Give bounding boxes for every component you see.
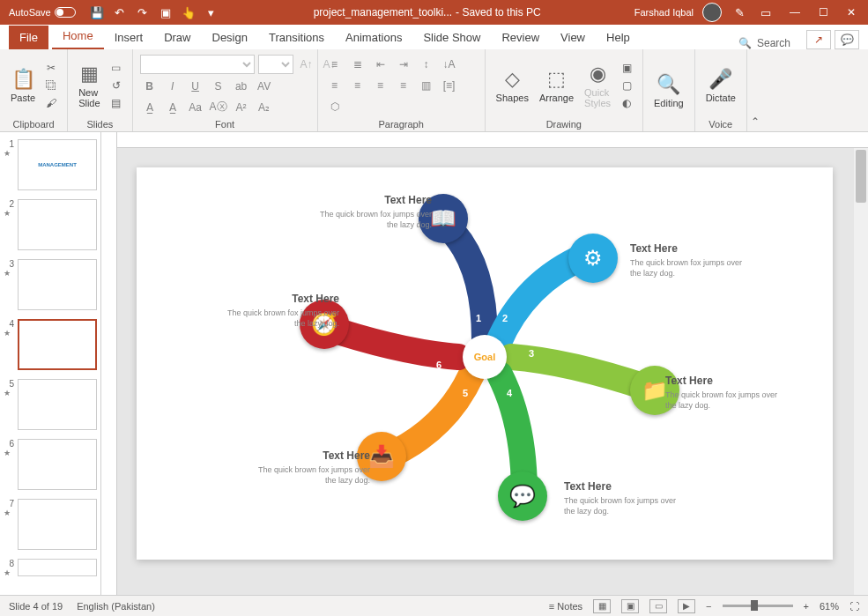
font-color-icon[interactable]: A̲ xyxy=(140,99,160,116)
redo-icon[interactable]: ↷ xyxy=(134,4,152,21)
highlight-icon[interactable]: A̲ xyxy=(163,99,182,116)
zoom-slider[interactable] xyxy=(723,605,793,607)
text-block-5[interactable]: Text HereThe quick brown fox jumps over … xyxy=(247,449,370,486)
change-case-icon[interactable]: Aa xyxy=(186,99,205,116)
format-painter-icon[interactable]: 🖌 xyxy=(42,95,60,111)
undo-icon[interactable]: ↶ xyxy=(111,4,129,21)
sorter-view-icon[interactable]: ▣ xyxy=(621,599,639,613)
tab-home[interactable]: Home xyxy=(52,24,104,49)
columns-icon[interactable]: ▥ xyxy=(417,77,436,94)
scrollbar-thumb[interactable] xyxy=(856,150,866,203)
slideshow-view-icon[interactable]: ▶ xyxy=(678,599,695,613)
thumbnail-2[interactable]: 2★ xyxy=(4,199,97,250)
fit-window-icon[interactable]: ⛶ xyxy=(849,601,859,612)
paste-button[interactable]: 📋 Paste xyxy=(7,66,39,105)
slide-thumbnails[interactable]: 1★MANAGEMENT 2★ 3★ 4★ 5★ 6★ 7★ 8★ xyxy=(0,132,101,595)
tab-help[interactable]: Help xyxy=(596,26,641,49)
slide-canvas[interactable]: 1 2 3 4 5 6 Goal 📖 ⚙ 📁 💬 📥 🧭 Text HereTh… xyxy=(137,167,833,560)
tab-review[interactable]: Review xyxy=(491,26,550,49)
tab-animations[interactable]: Animations xyxy=(335,26,412,49)
thumbnail-4[interactable]: 4★ xyxy=(4,319,97,370)
notes-button[interactable]: ≡ Notes xyxy=(549,601,582,612)
line-spacing-icon[interactable]: ↕ xyxy=(417,56,436,73)
indent-dec-icon[interactable]: ⇤ xyxy=(371,56,390,73)
thumbnail-8[interactable]: 8★ xyxy=(4,559,97,577)
shapes-button[interactable]: ◇Shapes xyxy=(493,66,532,105)
tab-draw[interactable]: Draw xyxy=(153,26,201,49)
tab-transitions[interactable]: Transitions xyxy=(258,26,335,49)
justify-icon[interactable]: ≡ xyxy=(394,77,413,94)
save-icon[interactable]: 💾 xyxy=(88,4,106,21)
qat-more-icon[interactable]: ▾ xyxy=(203,4,220,21)
text-block-3[interactable]: Text HereThe quick brown fox jumps over … xyxy=(665,375,789,411)
cut-icon[interactable]: ✂ xyxy=(42,60,60,76)
touch-mode-icon[interactable]: 👆 xyxy=(180,4,197,21)
language-status[interactable]: English (Pakistan) xyxy=(77,601,155,612)
section-icon[interactable]: ▤ xyxy=(108,95,125,111)
slide-editor[interactable]: 1 2 3 4 5 6 Goal 📖 ⚙ 📁 💬 📥 🧭 Text HereTh… xyxy=(101,132,868,595)
minimize-icon[interactable]: — xyxy=(782,4,808,21)
layout-icon[interactable]: ▭ xyxy=(108,60,125,76)
font-name-select[interactable] xyxy=(140,55,255,74)
thumbnail-1[interactable]: 1★MANAGEMENT xyxy=(4,139,97,190)
tab-design[interactable]: Design xyxy=(202,26,258,49)
reading-view-icon[interactable]: ▭ xyxy=(649,599,667,613)
share-icon[interactable]: ↗ xyxy=(806,30,831,49)
shadow-icon[interactable]: ab xyxy=(232,78,251,95)
text-block-2[interactable]: Text HereThe quick brown fox jumps over … xyxy=(630,242,753,278)
slide-counter[interactable]: Slide 4 of 19 xyxy=(9,601,63,612)
shape-fill-icon[interactable]: ▣ xyxy=(618,60,635,76)
arrange-button[interactable]: ⬚Arrange xyxy=(536,66,577,105)
align-right-icon[interactable]: ≡ xyxy=(371,77,390,94)
goal-center[interactable]: Goal xyxy=(463,335,507,379)
autosave-toggle[interactable]: AutoSave xyxy=(4,7,81,18)
draw-magic-icon[interactable]: ✎ xyxy=(731,4,748,21)
icon-chat[interactable]: 💬 xyxy=(498,471,547,521)
align-text-icon[interactable]: [≡] xyxy=(440,77,459,94)
clear-format-icon[interactable]: Aⓧ xyxy=(209,99,228,116)
shape-outline-icon[interactable]: ▢ xyxy=(618,78,635,93)
text-block-1[interactable]: Text HereThe quick brown fox jumps over … xyxy=(308,194,432,230)
zoom-in-icon[interactable]: + xyxy=(804,601,809,612)
text-block-6[interactable]: Text HereThe quick brown fox jumps over … xyxy=(216,293,339,329)
editing-button[interactable]: 🔍Editing xyxy=(650,71,687,110)
maximize-icon[interactable]: ☐ xyxy=(810,4,836,21)
numbering-icon[interactable]: ≣ xyxy=(348,56,367,73)
strike-icon[interactable]: S xyxy=(209,78,228,95)
italic-icon[interactable]: I xyxy=(163,78,182,95)
align-center-icon[interactable]: ≡ xyxy=(348,77,367,94)
copy-icon[interactable]: ⿻ xyxy=(42,78,60,93)
grow-font-icon[interactable]: A↑ xyxy=(297,56,316,73)
close-icon[interactable]: ✕ xyxy=(838,4,864,21)
ribbon-display-icon[interactable]: ▭ xyxy=(757,4,775,21)
icon-gear[interactable]: ⚙ xyxy=(568,234,618,283)
avatar[interactable] xyxy=(702,3,722,22)
bullets-icon[interactable]: ≡ xyxy=(325,56,345,73)
align-left-icon[interactable]: ≡ xyxy=(325,77,345,94)
zoom-out-icon[interactable]: − xyxy=(706,601,711,612)
smartart-icon[interactable]: ⬡ xyxy=(325,98,345,115)
dictate-button[interactable]: 🎤Dictate xyxy=(702,66,739,105)
collapse-ribbon-icon[interactable]: ⌃ xyxy=(747,49,763,131)
tab-insert[interactable]: Insert xyxy=(104,26,154,49)
underline-icon[interactable]: U xyxy=(186,78,205,95)
reset-icon[interactable]: ↺ xyxy=(108,78,125,93)
new-slide-button[interactable]: ▦ New Slide xyxy=(75,61,103,110)
shape-effects-icon[interactable]: ◐ xyxy=(618,95,635,111)
comments-icon[interactable]: 💬 xyxy=(835,30,859,49)
tab-slideshow[interactable]: Slide Show xyxy=(412,26,491,49)
indent-inc-icon[interactable]: ⇥ xyxy=(394,56,413,73)
superscript-icon[interactable]: A² xyxy=(232,99,251,116)
text-block-4[interactable]: Text HereThe quick brown fox jumps over … xyxy=(564,480,687,516)
thumbnail-7[interactable]: 7★ xyxy=(4,499,97,550)
normal-view-icon[interactable]: ▦ xyxy=(593,599,611,613)
font-size-select[interactable] xyxy=(258,55,293,74)
zoom-level[interactable]: 61% xyxy=(820,601,839,612)
slideshow-start-icon[interactable]: ▣ xyxy=(157,4,174,21)
thumbnail-3[interactable]: 3★ xyxy=(4,259,97,310)
bold-icon[interactable]: B xyxy=(140,78,160,95)
subscript-icon[interactable]: A₂ xyxy=(255,99,274,116)
thumbnail-5[interactable]: 5★ xyxy=(4,379,97,430)
tab-view[interactable]: View xyxy=(550,26,596,49)
tab-file[interactable]: File xyxy=(9,26,48,49)
